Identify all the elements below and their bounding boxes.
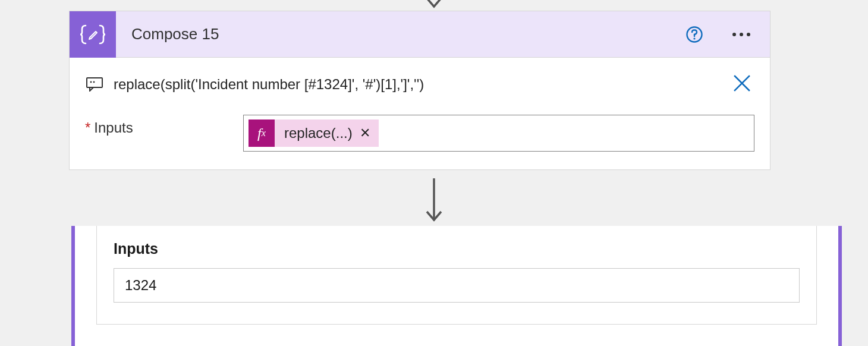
help-icon[interactable]	[685, 26, 703, 43]
compose-icon	[70, 11, 116, 58]
flow-arrow-connector	[422, 178, 446, 228]
action-header[interactable]: Compose 15	[70, 11, 770, 58]
comment-row: replace(split('Incident number [#1324]',…	[85, 71, 754, 98]
token-label: replace(...)	[275, 125, 360, 141]
flow-arrow-in	[426, 0, 442, 10]
compose-action-card: Compose 15	[69, 11, 770, 170]
svg-point-1	[693, 37, 695, 39]
output-section-title: Inputs	[114, 240, 800, 257]
output-inner: Inputs 1324	[96, 226, 817, 325]
svg-point-4	[93, 81, 95, 83]
more-menu-icon[interactable]	[727, 23, 756, 46]
action-title: Compose 15	[116, 25, 685, 43]
close-comment-icon[interactable]	[729, 71, 754, 98]
output-card: Inputs 1324	[71, 226, 842, 346]
output-value: 1324	[114, 268, 800, 303]
remove-token-icon[interactable]: ✕	[360, 125, 379, 141]
inputs-row: *Inputs fx replace(...) ✕	[85, 115, 754, 152]
inputs-label: *Inputs	[85, 115, 243, 136]
required-asterisk: *	[85, 119, 90, 136]
svg-rect-2	[87, 78, 102, 87]
expression-token[interactable]: fx replace(...) ✕	[249, 119, 379, 147]
svg-point-3	[90, 81, 92, 83]
comment-icon	[85, 77, 104, 92]
action-body: replace(split('Incident number [#1324]',…	[70, 58, 770, 169]
comment-text: replace(split('Incident number [#1324]',…	[114, 76, 720, 93]
inputs-field[interactable]: fx replace(...) ✕	[243, 115, 754, 152]
fx-icon: fx	[249, 119, 275, 147]
